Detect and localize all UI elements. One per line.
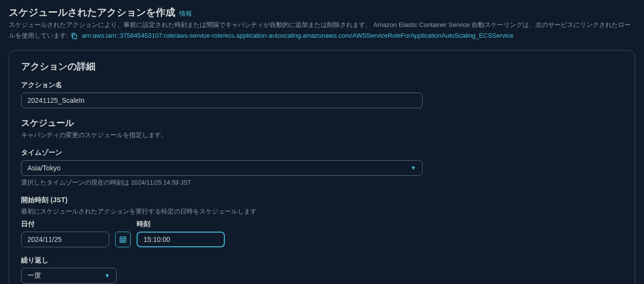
start-time-label: 開始時刻 (JST)	[21, 196, 623, 205]
svg-point-9	[122, 241, 123, 241]
copy-icon[interactable]	[71, 32, 78, 40]
start-time-help: 最初にスケジュールされたアクションを実行する特定の日時をスケジュールします	[21, 208, 623, 216]
date-label: 日付	[21, 220, 109, 229]
page-title: スケジュールされたアクションを作成	[9, 6, 175, 19]
action-details-panel: アクションの詳細 アクション名 スケジュール キャパシティの変更のスケジュールを…	[9, 50, 635, 284]
svg-point-5	[121, 240, 121, 240]
calendar-button[interactable]	[115, 232, 131, 247]
action-name-input[interactable]	[21, 93, 423, 108]
timezone-label: タイムゾーン	[21, 148, 623, 157]
info-link[interactable]: 情報	[179, 9, 192, 18]
date-input[interactable]	[21, 232, 109, 247]
svg-point-8	[121, 241, 121, 241]
svg-point-7	[124, 240, 124, 240]
svg-rect-0	[73, 35, 77, 39]
timezone-help: 選択したタイムゾーンの現在の時刻は 2024/11/25 14:59 JST	[21, 179, 623, 187]
timezone-select[interactable]: Asia/Tokyo ▼	[21, 160, 423, 176]
recurrence-value: 一度	[27, 271, 41, 280]
svg-point-6	[122, 240, 123, 240]
schedule-desc: キャパシティの変更のスケジュールを指定します。	[21, 131, 623, 140]
svg-point-10	[124, 241, 124, 241]
chevron-down-icon: ▼	[104, 272, 110, 279]
section-title: アクションの詳細	[21, 60, 623, 73]
timezone-value: Asia/Tokyo	[27, 164, 61, 172]
arn-link[interactable]: arn:aws:iam::375845453107:role/aws-servi…	[82, 32, 513, 39]
time-label: 時刻	[137, 220, 225, 229]
action-name-label: アクション名	[21, 81, 623, 90]
recurrence-select[interactable]: 一度 ▼	[21, 268, 117, 284]
chevron-down-icon: ▼	[410, 165, 416, 171]
recurrence-label: 繰り返し	[21, 256, 623, 265]
time-input[interactable]	[137, 232, 225, 247]
schedule-title: スケジュール	[21, 117, 623, 129]
